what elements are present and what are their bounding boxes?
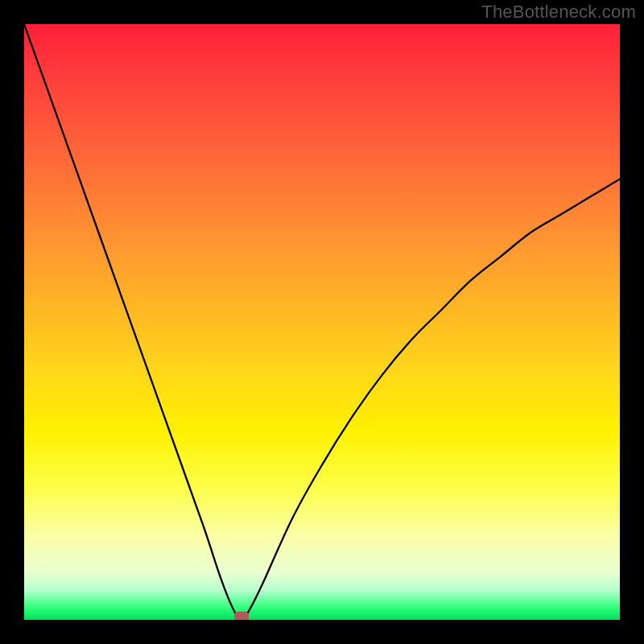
watermark-label: TheBottleneck.com [481,2,636,23]
plot-area [24,24,620,620]
optimal-point-marker [234,612,249,621]
chart-frame: TheBottleneck.com [0,0,644,644]
bottleneck-curve [24,24,620,620]
